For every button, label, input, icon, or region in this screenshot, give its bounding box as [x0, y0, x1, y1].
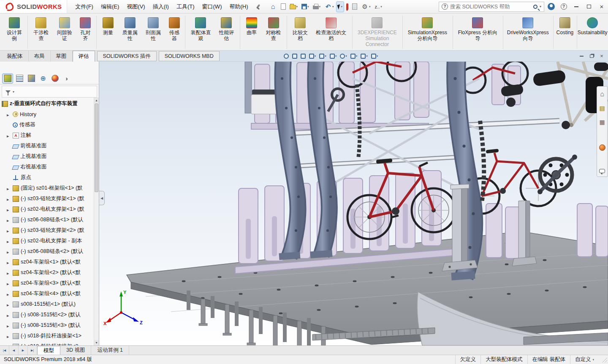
last-tab-icon[interactable]: ▶| [28, 346, 37, 355]
expand-panel-icon[interactable] [62, 74, 72, 83]
scroll-up-icon[interactable]: ▲ [94, 98, 99, 103]
ribbon-button[interactable]: 设计算例 [3, 16, 28, 49]
tree-item[interactable]: (-) sz02-电机支撑架 - 副本 [1, 236, 93, 246]
expand-arrow-icon[interactable] [7, 312, 11, 318]
document-minimize-button[interactable] [578, 53, 584, 59]
open-icon[interactable]: ▾ [288, 2, 299, 12]
tree-item[interactable]: 原点 [1, 172, 93, 183]
select-icon[interactable]: ▾ [337, 2, 344, 12]
resources-home-icon[interactable] [598, 90, 606, 98]
displaymanager-icon[interactable] [50, 74, 60, 83]
panel-splitter-handle[interactable]: ◀ [99, 191, 105, 205]
expand-arrow-icon[interactable] [7, 280, 11, 286]
dimxpertmanager-icon[interactable] [38, 74, 48, 83]
filter-dropdown-caret-icon[interactable]: ▾ [13, 90, 14, 94]
ribbon-button[interactable]: FloXpress 分析向导 [454, 16, 503, 49]
file-explorer-icon[interactable] [598, 118, 606, 126]
ribbon-button[interactable]: 装配体直观 [187, 16, 214, 49]
document-tab[interactable]: 模型 [37, 346, 60, 355]
tree-item[interactable]: sz04-车架组<4> (默认<默 [1, 288, 93, 299]
expand-arrow-icon[interactable] [7, 333, 11, 339]
ribbon-button[interactable]: Costing [555, 16, 577, 49]
previous-view-icon[interactable]: ▾ [300, 52, 307, 61]
search-dropdown-caret-icon[interactable]: ▾ [540, 5, 541, 8]
tree-item[interactable]: sz04-车架组<2> (默认<默 [1, 267, 93, 278]
previous-tab-icon[interactable]: ◀ [9, 346, 19, 355]
first-tab-icon[interactable]: |◀ [0, 346, 9, 355]
scroll-down-icon[interactable]: ▼ [94, 340, 99, 345]
appearances-icon[interactable] [599, 144, 605, 151]
ribbon-button[interactable]: 性能评估 [214, 16, 240, 49]
tree-item[interactable]: 注解 [1, 130, 93, 141]
tree-item[interactable]: (固定) sz01-框架组<1> (默 [1, 183, 93, 193]
tree-item[interactable]: s008-1515铝<1> (默认) [1, 299, 93, 310]
command-tab[interactable]: SOLIDWORKS 插件 [97, 51, 157, 61]
undo-icon[interactable]: ▾ [323, 2, 335, 12]
print-icon[interactable]: ▾ [312, 2, 322, 12]
ribbon-button[interactable]: 测量 [98, 16, 118, 49]
tree-root-item[interactable]: z-垂直循环式自行车停车装置 [1, 98, 93, 109]
tree-item[interactable]: History [1, 109, 93, 120]
close-button[interactable]: × [595, 1, 608, 12]
hide-show-items-icon[interactable]: ▾ [339, 52, 348, 61]
help-button[interactable]: ? [557, 1, 570, 12]
graphics-area[interactable]: Y X Z ◀ [99, 62, 608, 345]
edit-appearance-icon[interactable]: ▾ [350, 52, 358, 61]
help-search-box[interactable]: ? ▾ [439, 2, 544, 12]
view-settings-icon[interactable]: ▾ [370, 52, 379, 61]
apply-scene-icon[interactable]: ▾ [360, 52, 369, 61]
view-orientation-icon[interactable]: ▾ [318, 52, 327, 61]
ribbon-button[interactable]: 传感器 [165, 16, 186, 49]
tree-item[interactable]: sz04-车架组<3> (默认<默 [1, 278, 93, 288]
stylus-icon[interactable]: ▾ [345, 2, 350, 12]
tree-item[interactable]: 前视基准面 [1, 141, 93, 151]
expand-arrow-icon[interactable] [7, 217, 11, 223]
tree-item[interactable]: (-) s008-1515铝<3> (默认 [1, 320, 93, 331]
new-document-icon[interactable]: ▾ [280, 2, 287, 12]
zoom-fit-icon[interactable]: ▾ [283, 52, 290, 61]
menu-item[interactable]: 插入(I) [149, 1, 173, 13]
options-icon[interactable]: ▾ [360, 2, 372, 12]
search-input[interactable] [450, 4, 531, 10]
tree-item[interactable]: 上视基准面 [1, 151, 93, 162]
menu-item[interactable]: 工具(T) [173, 1, 198, 13]
document-restore-button[interactable] [589, 53, 594, 59]
ribbon-button[interactable]: 对称检查 [262, 16, 287, 49]
section-view-icon[interactable]: ▾ [308, 52, 317, 61]
configurationmanager-icon[interactable] [26, 74, 36, 83]
featuremanager-tree-icon[interactable] [3, 74, 13, 83]
propertymanager-icon[interactable] [14, 74, 24, 83]
menu-item[interactable]: 编辑(E) [97, 1, 123, 13]
command-tab[interactable]: 草图 [51, 51, 73, 62]
menu-item[interactable]: 文件(F) [71, 1, 97, 13]
expand-arrow-icon[interactable] [7, 249, 11, 255]
ribbon-button[interactable]: 检查激活的文档 [312, 16, 353, 49]
minimize-button[interactable] [570, 1, 583, 12]
design-library-icon[interactable] [598, 104, 606, 112]
next-tab-icon[interactable]: ▶ [19, 346, 28, 355]
tree-scrollbar[interactable]: ▲ ▼ [94, 98, 99, 345]
menu-item[interactable]: 帮助(H) [225, 1, 252, 13]
status-item[interactable]: 大型装配体模式 ▾ [480, 355, 527, 364]
scrollbar-thumb[interactable] [95, 103, 98, 192]
command-tab[interactable]: 评估 [73, 51, 95, 62]
document-tab[interactable]: 运动算例 1 [91, 346, 129, 355]
ribbon-button[interactable]: 3DEXPERIENCE Simulation Connector [354, 16, 403, 49]
tree-item[interactable]: (-) sz03-链轮支撑架<1> (默 [1, 193, 93, 204]
expand-arrow-icon[interactable] [7, 302, 11, 307]
expand-arrow-icon[interactable] [7, 238, 11, 244]
ribbon-button[interactable]: 比较文档 [288, 16, 312, 49]
expand-arrow-icon[interactable] [7, 111, 11, 117]
expand-arrow-icon[interactable] [7, 133, 11, 139]
display-style-icon[interactable]: ▾ [329, 52, 338, 61]
expand-arrow-icon[interactable] [7, 196, 11, 202]
status-item[interactable]: 在编辑 装配体 ▾ [527, 355, 570, 364]
expand-arrow-icon[interactable] [7, 344, 11, 346]
tree-filter-row[interactable]: ▾ [2, 86, 97, 98]
ribbon-button[interactable]: 干涉检查 [29, 16, 52, 49]
tree-item[interactable]: (-) s008-1515铝<2> (默认 [1, 310, 93, 320]
save-icon[interactable]: ▾ [300, 2, 310, 12]
command-tab[interactable]: 布局 [29, 51, 51, 62]
pin-toolbar-icon[interactable] [255, 4, 261, 10]
login-icon[interactable] [548, 3, 555, 10]
